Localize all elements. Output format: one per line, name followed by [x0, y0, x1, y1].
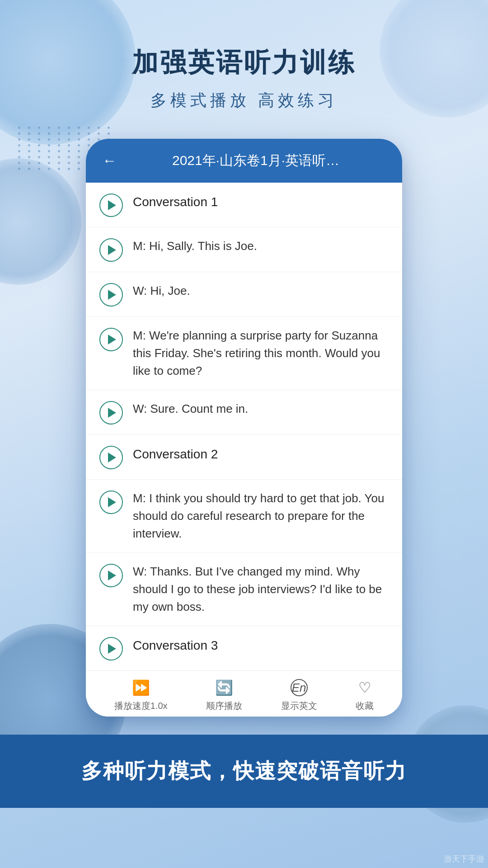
- list-item: Conversation 2: [86, 435, 402, 480]
- play-button-6[interactable]: [99, 446, 123, 469]
- play-button-4[interactable]: [99, 328, 123, 351]
- play-icon-5: [108, 408, 116, 418]
- list-item: M: I think you should try hard to get th…: [86, 480, 402, 553]
- bottom-section: 多种听力模式，快速突破语音听力: [0, 735, 488, 808]
- speed-icon: ⏩: [132, 679, 150, 696]
- play-icon-9: [108, 644, 116, 654]
- loop-icon: 🔄: [215, 679, 233, 696]
- list-item-text-5: W: Sure. Count me in.: [133, 400, 389, 418]
- list-item-text-3: W: Hi, Joe.: [133, 282, 389, 300]
- list-item: Conversation 1: [86, 183, 402, 227]
- english-label: 显示英文: [281, 700, 317, 712]
- phone-header: ← 2021年·山东卷1月·英语听…: [86, 139, 402, 183]
- play-button-1[interactable]: [99, 193, 123, 217]
- list-item-text-6: Conversation 2: [133, 445, 389, 464]
- list-item-text-4: M: We're planning a surprise party for S…: [133, 327, 389, 380]
- list-item: W: Hi, Joe.: [86, 272, 402, 317]
- bottom-tagline: 多种听力模式，快速突破语音听力: [18, 757, 470, 785]
- list-item: W: Thanks. But I've changed my mind. Why…: [86, 553, 402, 626]
- conversation-list: Conversation 1 M: Hi, Sally. This is Joe…: [86, 183, 402, 670]
- play-icon-6: [108, 453, 116, 462]
- favorite-icon: ♡: [358, 679, 371, 696]
- list-item: M: We're planning a surprise party for S…: [86, 317, 402, 390]
- main-title: 加强英语听力训练: [0, 45, 488, 80]
- play-button-2[interactable]: [99, 238, 123, 262]
- play-button-5[interactable]: [99, 401, 123, 425]
- list-item: W: Sure. Count me in.: [86, 390, 402, 435]
- list-item-text-8: W: Thanks. But I've changed my mind. Why…: [133, 563, 389, 616]
- play-button-3[interactable]: [99, 283, 123, 307]
- phone-mockup-wrapper: ← 2021年·山东卷1月·英语听… Conversation 1 M: Hi,…: [0, 139, 488, 717]
- list-item-text-2: M: Hi, Sally. This is Joe.: [133, 237, 389, 255]
- toolbar-item-favorite[interactable]: ♡ 收藏: [356, 679, 374, 712]
- play-icon-2: [108, 245, 116, 255]
- header-title: 2021年·山东卷1月·英语听…: [126, 151, 386, 170]
- speed-label: 播放速度1.0x: [114, 700, 168, 712]
- bottom-toolbar: ⏩ 播放速度1.0x 🔄 顺序播放 En 显示英文 ♡ 收藏: [86, 670, 402, 717]
- play-icon-4: [108, 335, 116, 344]
- play-button-9[interactable]: [99, 637, 123, 660]
- list-item: M: Hi, Sally. This is Joe.: [86, 227, 402, 272]
- list-item-text-9: Conversation 3: [133, 636, 389, 655]
- toolbar-item-speed[interactable]: ⏩ 播放速度1.0x: [114, 679, 168, 712]
- list-item: Conversation 3: [86, 626, 402, 670]
- toolbar-item-loop[interactable]: 🔄 顺序播放: [206, 679, 242, 712]
- toolbar-item-english[interactable]: En 显示英文: [281, 679, 317, 712]
- list-item-text-1: Conversation 1: [133, 193, 389, 212]
- play-button-8[interactable]: [99, 564, 123, 587]
- watermark: 游天下手游: [444, 854, 484, 864]
- play-icon-1: [108, 200, 116, 210]
- phone-mockup: ← 2021年·山东卷1月·英语听… Conversation 1 M: Hi,…: [86, 139, 402, 717]
- sub-title: 多模式播放 高效练习: [0, 90, 488, 112]
- back-button[interactable]: ←: [102, 152, 117, 169]
- top-section: 加强英语听力训练 多模式播放 高效练习: [0, 0, 488, 112]
- favorite-label: 收藏: [356, 700, 374, 712]
- play-icon-8: [108, 571, 116, 580]
- loop-label: 顺序播放: [206, 700, 242, 712]
- play-button-7[interactable]: [99, 491, 123, 514]
- play-icon-7: [108, 497, 116, 507]
- list-item-text-7: M: I think you should try hard to get th…: [133, 490, 389, 542]
- english-icon: En: [291, 679, 308, 696]
- play-icon-3: [108, 290, 116, 300]
